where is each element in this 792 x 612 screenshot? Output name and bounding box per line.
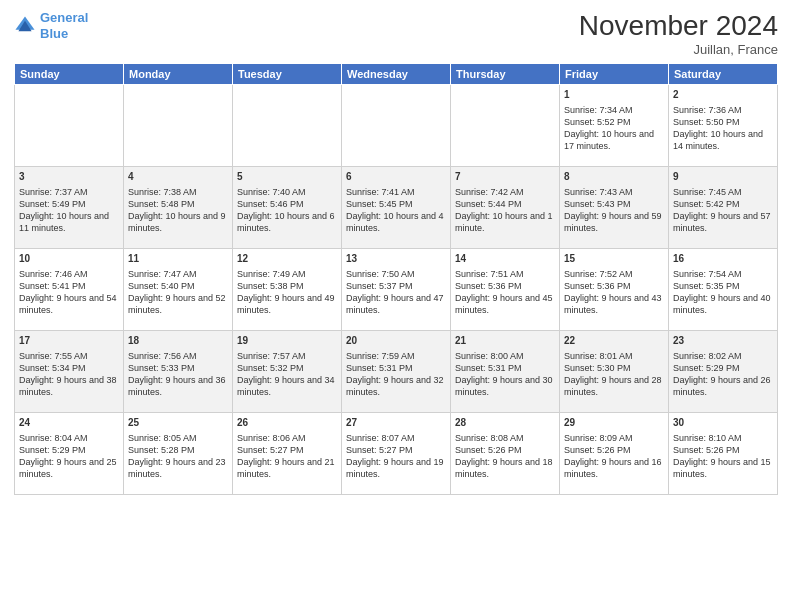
calendar-week-row: 17Sunrise: 7:55 AM Sunset: 5:34 PM Dayli…: [15, 331, 778, 413]
calendar-cell: 20Sunrise: 7:59 AM Sunset: 5:31 PM Dayli…: [342, 331, 451, 413]
calendar-cell: 3Sunrise: 7:37 AM Sunset: 5:49 PM Daylig…: [15, 167, 124, 249]
day-info: Sunrise: 7:50 AM Sunset: 5:37 PM Dayligh…: [346, 268, 446, 317]
day-number: 30: [673, 416, 773, 430]
calendar-table: Sunday Monday Tuesday Wednesday Thursday…: [14, 63, 778, 495]
day-number: 16: [673, 252, 773, 266]
calendar-cell: 29Sunrise: 8:09 AM Sunset: 5:26 PM Dayli…: [560, 413, 669, 495]
day-number: 26: [237, 416, 337, 430]
calendar-cell: 24Sunrise: 8:04 AM Sunset: 5:29 PM Dayli…: [15, 413, 124, 495]
calendar-cell: 7Sunrise: 7:42 AM Sunset: 5:44 PM Daylig…: [451, 167, 560, 249]
calendar-header-row: Sunday Monday Tuesday Wednesday Thursday…: [15, 64, 778, 85]
calendar-cell: 28Sunrise: 8:08 AM Sunset: 5:26 PM Dayli…: [451, 413, 560, 495]
day-number: 3: [19, 170, 119, 184]
calendar-cell: 15Sunrise: 7:52 AM Sunset: 5:36 PM Dayli…: [560, 249, 669, 331]
day-info: Sunrise: 8:09 AM Sunset: 5:26 PM Dayligh…: [564, 432, 664, 481]
header: General Blue November 2024 Juillan, Fran…: [14, 10, 778, 57]
logo-line2: Blue: [40, 26, 68, 41]
day-number: 27: [346, 416, 446, 430]
day-number: 21: [455, 334, 555, 348]
col-tuesday: Tuesday: [233, 64, 342, 85]
month-title: November 2024: [579, 10, 778, 42]
day-info: Sunrise: 7:55 AM Sunset: 5:34 PM Dayligh…: [19, 350, 119, 399]
day-number: 11: [128, 252, 228, 266]
day-number: 18: [128, 334, 228, 348]
calendar-cell: 22Sunrise: 8:01 AM Sunset: 5:30 PM Dayli…: [560, 331, 669, 413]
day-number: 22: [564, 334, 664, 348]
day-number: 23: [673, 334, 773, 348]
day-info: Sunrise: 7:45 AM Sunset: 5:42 PM Dayligh…: [673, 186, 773, 235]
day-info: Sunrise: 8:10 AM Sunset: 5:26 PM Dayligh…: [673, 432, 773, 481]
day-info: Sunrise: 8:06 AM Sunset: 5:27 PM Dayligh…: [237, 432, 337, 481]
calendar-cell: 2Sunrise: 7:36 AM Sunset: 5:50 PM Daylig…: [669, 85, 778, 167]
day-info: Sunrise: 7:47 AM Sunset: 5:40 PM Dayligh…: [128, 268, 228, 317]
logo-icon: [14, 15, 36, 37]
calendar-cell: 21Sunrise: 8:00 AM Sunset: 5:31 PM Dayli…: [451, 331, 560, 413]
day-number: 2: [673, 88, 773, 102]
calendar-cell: 19Sunrise: 7:57 AM Sunset: 5:32 PM Dayli…: [233, 331, 342, 413]
day-number: 12: [237, 252, 337, 266]
day-number: 10: [19, 252, 119, 266]
calendar-cell: 12Sunrise: 7:49 AM Sunset: 5:38 PM Dayli…: [233, 249, 342, 331]
day-info: Sunrise: 8:07 AM Sunset: 5:27 PM Dayligh…: [346, 432, 446, 481]
day-number: 14: [455, 252, 555, 266]
day-number: 28: [455, 416, 555, 430]
col-friday: Friday: [560, 64, 669, 85]
calendar-cell: 25Sunrise: 8:05 AM Sunset: 5:28 PM Dayli…: [124, 413, 233, 495]
day-number: 5: [237, 170, 337, 184]
calendar-week-row: 24Sunrise: 8:04 AM Sunset: 5:29 PM Dayli…: [15, 413, 778, 495]
day-number: 13: [346, 252, 446, 266]
calendar-cell: 13Sunrise: 7:50 AM Sunset: 5:37 PM Dayli…: [342, 249, 451, 331]
day-info: Sunrise: 8:05 AM Sunset: 5:28 PM Dayligh…: [128, 432, 228, 481]
day-info: Sunrise: 7:57 AM Sunset: 5:32 PM Dayligh…: [237, 350, 337, 399]
calendar-cell: 23Sunrise: 8:02 AM Sunset: 5:29 PM Dayli…: [669, 331, 778, 413]
calendar-week-row: 10Sunrise: 7:46 AM Sunset: 5:41 PM Dayli…: [15, 249, 778, 331]
calendar-cell: 18Sunrise: 7:56 AM Sunset: 5:33 PM Dayli…: [124, 331, 233, 413]
calendar-week-row: 3Sunrise: 7:37 AM Sunset: 5:49 PM Daylig…: [15, 167, 778, 249]
calendar-cell: 6Sunrise: 7:41 AM Sunset: 5:45 PM Daylig…: [342, 167, 451, 249]
day-info: Sunrise: 7:59 AM Sunset: 5:31 PM Dayligh…: [346, 350, 446, 399]
logo-line1: General: [40, 10, 88, 25]
day-info: Sunrise: 7:42 AM Sunset: 5:44 PM Dayligh…: [455, 186, 555, 235]
day-number: 15: [564, 252, 664, 266]
day-number: 24: [19, 416, 119, 430]
col-sunday: Sunday: [15, 64, 124, 85]
day-info: Sunrise: 8:08 AM Sunset: 5:26 PM Dayligh…: [455, 432, 555, 481]
day-info: Sunrise: 7:40 AM Sunset: 5:46 PM Dayligh…: [237, 186, 337, 235]
day-info: Sunrise: 7:54 AM Sunset: 5:35 PM Dayligh…: [673, 268, 773, 317]
day-info: Sunrise: 7:36 AM Sunset: 5:50 PM Dayligh…: [673, 104, 773, 153]
day-number: 19: [237, 334, 337, 348]
day-number: 8: [564, 170, 664, 184]
location: Juillan, France: [579, 42, 778, 57]
calendar-cell: [124, 85, 233, 167]
page-container: General Blue November 2024 Juillan, Fran…: [0, 0, 792, 501]
day-info: Sunrise: 7:37 AM Sunset: 5:49 PM Dayligh…: [19, 186, 119, 235]
day-info: Sunrise: 7:56 AM Sunset: 5:33 PM Dayligh…: [128, 350, 228, 399]
title-block: November 2024 Juillan, France: [579, 10, 778, 57]
calendar-cell: [451, 85, 560, 167]
calendar-cell: [233, 85, 342, 167]
day-number: 9: [673, 170, 773, 184]
logo: General Blue: [14, 10, 88, 41]
calendar-cell: 17Sunrise: 7:55 AM Sunset: 5:34 PM Dayli…: [15, 331, 124, 413]
calendar-cell: 8Sunrise: 7:43 AM Sunset: 5:43 PM Daylig…: [560, 167, 669, 249]
day-number: 6: [346, 170, 446, 184]
day-info: Sunrise: 7:46 AM Sunset: 5:41 PM Dayligh…: [19, 268, 119, 317]
day-number: 7: [455, 170, 555, 184]
calendar-cell: [15, 85, 124, 167]
calendar-cell: 9Sunrise: 7:45 AM Sunset: 5:42 PM Daylig…: [669, 167, 778, 249]
day-info: Sunrise: 7:41 AM Sunset: 5:45 PM Dayligh…: [346, 186, 446, 235]
logo-text: General Blue: [40, 10, 88, 41]
day-info: Sunrise: 8:01 AM Sunset: 5:30 PM Dayligh…: [564, 350, 664, 399]
day-number: 4: [128, 170, 228, 184]
day-info: Sunrise: 7:38 AM Sunset: 5:48 PM Dayligh…: [128, 186, 228, 235]
calendar-cell: 16Sunrise: 7:54 AM Sunset: 5:35 PM Dayli…: [669, 249, 778, 331]
day-info: Sunrise: 7:34 AM Sunset: 5:52 PM Dayligh…: [564, 104, 664, 153]
calendar-cell: 30Sunrise: 8:10 AM Sunset: 5:26 PM Dayli…: [669, 413, 778, 495]
calendar-cell: 4Sunrise: 7:38 AM Sunset: 5:48 PM Daylig…: [124, 167, 233, 249]
day-info: Sunrise: 7:49 AM Sunset: 5:38 PM Dayligh…: [237, 268, 337, 317]
calendar-cell: 1Sunrise: 7:34 AM Sunset: 5:52 PM Daylig…: [560, 85, 669, 167]
calendar-week-row: 1Sunrise: 7:34 AM Sunset: 5:52 PM Daylig…: [15, 85, 778, 167]
col-thursday: Thursday: [451, 64, 560, 85]
day-info: Sunrise: 7:51 AM Sunset: 5:36 PM Dayligh…: [455, 268, 555, 317]
day-info: Sunrise: 8:04 AM Sunset: 5:29 PM Dayligh…: [19, 432, 119, 481]
